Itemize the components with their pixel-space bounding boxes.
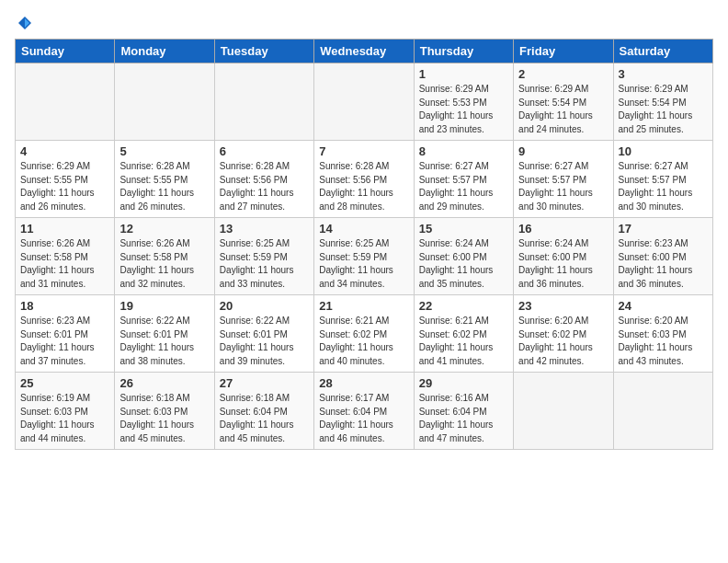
calendar-cell: 13Sunrise: 6:25 AM Sunset: 5:59 PM Dayli… [214, 218, 313, 295]
day-info: Sunrise: 6:27 AM Sunset: 5:57 PM Dayligh… [518, 160, 608, 213]
calendar-cell: 17Sunrise: 6:23 AM Sunset: 6:00 PM Dayli… [613, 218, 712, 295]
day-info: Sunrise: 6:29 AM Sunset: 5:53 PM Dayligh… [419, 83, 508, 136]
calendar-cell: 4Sunrise: 6:29 AM Sunset: 5:55 PM Daylig… [16, 141, 115, 218]
calendar-cell: 3Sunrise: 6:29 AM Sunset: 5:54 PM Daylig… [613, 63, 712, 141]
calendar-cell [214, 63, 313, 141]
calendar-week-row: 4Sunrise: 6:29 AM Sunset: 5:55 PM Daylig… [16, 141, 713, 218]
calendar-cell: 27Sunrise: 6:18 AM Sunset: 6:04 PM Dayli… [214, 373, 313, 450]
day-info: Sunrise: 6:24 AM Sunset: 6:00 PM Dayligh… [518, 237, 608, 291]
logo-icon [17, 15, 33, 31]
day-number: 14 [319, 222, 408, 236]
day-info: Sunrise: 6:29 AM Sunset: 5:54 PM Dayligh… [619, 83, 708, 136]
day-info: Sunrise: 6:28 AM Sunset: 5:56 PM Dayligh… [220, 160, 309, 213]
calendar-cell: 11Sunrise: 6:26 AM Sunset: 5:58 PM Dayli… [16, 218, 115, 295]
day-number: 28 [319, 376, 408, 390]
day-number: 4 [20, 144, 109, 158]
calendar-cell: 19Sunrise: 6:22 AM Sunset: 6:01 PM Dayli… [115, 295, 214, 373]
day-number: 2 [518, 67, 608, 81]
day-info: Sunrise: 6:18 AM Sunset: 6:04 PM Dayligh… [220, 392, 309, 445]
calendar-cell: 24Sunrise: 6:20 AM Sunset: 6:03 PM Dayli… [613, 295, 712, 373]
calendar-table: SundayMondayTuesdayWednesdayThursdayFrid… [15, 39, 713, 450]
day-number: 23 [518, 299, 608, 313]
day-info: Sunrise: 6:24 AM Sunset: 6:00 PM Dayligh… [419, 237, 508, 291]
logo [15, 15, 35, 31]
calendar-cell: 18Sunrise: 6:23 AM Sunset: 6:01 PM Dayli… [16, 295, 115, 373]
day-number: 24 [619, 299, 708, 313]
calendar-cell: 7Sunrise: 6:28 AM Sunset: 5:56 PM Daylig… [314, 141, 414, 218]
calendar-cell: 15Sunrise: 6:24 AM Sunset: 6:00 PM Dayli… [414, 218, 513, 295]
day-info: Sunrise: 6:18 AM Sunset: 6:03 PM Dayligh… [119, 392, 209, 445]
calendar-week-row: 25Sunrise: 6:19 AM Sunset: 6:03 PM Dayli… [16, 373, 713, 450]
calendar-cell: 14Sunrise: 6:25 AM Sunset: 5:59 PM Dayli… [314, 218, 414, 295]
calendar-cell: 16Sunrise: 6:24 AM Sunset: 6:00 PM Dayli… [514, 218, 613, 295]
day-number: 25 [20, 376, 109, 390]
day-number: 5 [119, 144, 209, 158]
calendar-header-row: SundayMondayTuesdayWednesdayThursdayFrid… [16, 40, 713, 63]
day-info: Sunrise: 6:20 AM Sunset: 6:02 PM Dayligh… [518, 315, 608, 368]
day-number: 22 [419, 299, 508, 313]
day-number: 18 [20, 299, 109, 313]
calendar-cell [115, 63, 214, 141]
calendar-cell: 21Sunrise: 6:21 AM Sunset: 6:02 PM Dayli… [314, 295, 414, 373]
calendar-cell: 5Sunrise: 6:28 AM Sunset: 5:55 PM Daylig… [115, 141, 214, 218]
calendar-cell: 20Sunrise: 6:22 AM Sunset: 6:01 PM Dayli… [214, 295, 313, 373]
calendar-week-row: 11Sunrise: 6:26 AM Sunset: 5:58 PM Dayli… [16, 218, 713, 295]
day-info: Sunrise: 6:25 AM Sunset: 5:59 PM Dayligh… [319, 237, 408, 291]
day-number: 1 [419, 67, 508, 81]
day-info: Sunrise: 6:29 AM Sunset: 5:55 PM Dayligh… [20, 160, 109, 213]
day-number: 21 [319, 299, 408, 313]
day-number: 17 [619, 222, 708, 236]
calendar-cell: 29Sunrise: 6:16 AM Sunset: 6:04 PM Dayli… [414, 373, 513, 450]
day-info: Sunrise: 6:20 AM Sunset: 6:03 PM Dayligh… [619, 315, 708, 368]
calendar-cell [314, 63, 414, 141]
calendar-cell [613, 373, 712, 450]
day-info: Sunrise: 6:26 AM Sunset: 5:58 PM Dayligh… [119, 237, 209, 291]
day-info: Sunrise: 6:25 AM Sunset: 5:59 PM Dayligh… [220, 237, 309, 291]
day-number: 10 [619, 144, 708, 158]
weekday-header: Tuesday [214, 40, 313, 63]
day-info: Sunrise: 6:21 AM Sunset: 6:02 PM Dayligh… [419, 315, 508, 368]
day-info: Sunrise: 6:23 AM Sunset: 6:01 PM Dayligh… [20, 315, 109, 368]
day-info: Sunrise: 6:28 AM Sunset: 5:55 PM Dayligh… [119, 160, 209, 213]
calendar-cell: 1Sunrise: 6:29 AM Sunset: 5:53 PM Daylig… [414, 63, 513, 141]
calendar-week-row: 18Sunrise: 6:23 AM Sunset: 6:01 PM Dayli… [16, 295, 713, 373]
calendar-cell: 9Sunrise: 6:27 AM Sunset: 5:57 PM Daylig… [514, 141, 613, 218]
page-header [15, 15, 713, 31]
calendar-cell: 23Sunrise: 6:20 AM Sunset: 6:02 PM Dayli… [514, 295, 613, 373]
day-info: Sunrise: 6:19 AM Sunset: 6:03 PM Dayligh… [20, 392, 109, 445]
day-number: 7 [319, 144, 408, 158]
calendar-cell: 26Sunrise: 6:18 AM Sunset: 6:03 PM Dayli… [115, 373, 214, 450]
day-info: Sunrise: 6:26 AM Sunset: 5:58 PM Dayligh… [20, 237, 109, 291]
calendar-cell: 22Sunrise: 6:21 AM Sunset: 6:02 PM Dayli… [414, 295, 513, 373]
calendar-cell: 2Sunrise: 6:29 AM Sunset: 5:54 PM Daylig… [514, 63, 613, 141]
calendar-cell: 28Sunrise: 6:17 AM Sunset: 6:04 PM Dayli… [314, 373, 414, 450]
weekday-header: Wednesday [314, 40, 414, 63]
day-number: 12 [119, 222, 209, 236]
day-number: 15 [419, 222, 508, 236]
weekday-header: Friday [514, 40, 613, 63]
calendar-cell [514, 373, 613, 450]
day-info: Sunrise: 6:22 AM Sunset: 6:01 PM Dayligh… [220, 315, 309, 368]
day-info: Sunrise: 6:16 AM Sunset: 6:04 PM Dayligh… [419, 392, 508, 445]
weekday-header: Thursday [414, 40, 513, 63]
calendar-cell: 25Sunrise: 6:19 AM Sunset: 6:03 PM Dayli… [16, 373, 115, 450]
calendar-cell: 6Sunrise: 6:28 AM Sunset: 5:56 PM Daylig… [214, 141, 313, 218]
day-info: Sunrise: 6:28 AM Sunset: 5:56 PM Dayligh… [319, 160, 408, 213]
day-number: 20 [220, 299, 309, 313]
day-info: Sunrise: 6:27 AM Sunset: 5:57 PM Dayligh… [419, 160, 508, 213]
day-info: Sunrise: 6:29 AM Sunset: 5:54 PM Dayligh… [518, 83, 608, 136]
day-number: 9 [518, 144, 608, 158]
weekday-header: Sunday [16, 40, 115, 63]
day-info: Sunrise: 6:22 AM Sunset: 6:01 PM Dayligh… [119, 315, 209, 368]
day-number: 29 [419, 376, 508, 390]
day-number: 16 [518, 222, 608, 236]
calendar-week-row: 1Sunrise: 6:29 AM Sunset: 5:53 PM Daylig… [16, 63, 713, 141]
day-number: 19 [119, 299, 209, 313]
calendar-cell: 12Sunrise: 6:26 AM Sunset: 5:58 PM Dayli… [115, 218, 214, 295]
day-number: 6 [220, 144, 309, 158]
day-number: 8 [419, 144, 508, 158]
day-info: Sunrise: 6:23 AM Sunset: 6:00 PM Dayligh… [619, 237, 708, 291]
day-number: 11 [20, 222, 109, 236]
day-number: 26 [119, 376, 209, 390]
day-number: 13 [220, 222, 309, 236]
